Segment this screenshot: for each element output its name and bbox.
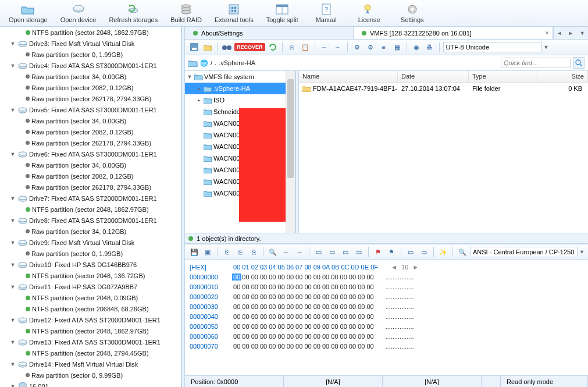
tab-vmfs[interactable]: VMFS [128-3221225280 on 16.001]× xyxy=(354,27,553,39)
disk2-icon[interactable]: ▭ xyxy=(418,246,430,258)
tb-icon[interactable]: ▭ xyxy=(326,246,338,258)
tree-row[interactable]: NTFS partition (sector 2048, 2794.45GB) xyxy=(1,347,181,358)
file-row[interactable]: FDM-A1ACAE47-7919-4BF1-… 27.10.2014 13:0… xyxy=(299,83,588,94)
tool2-icon[interactable]: ⚙ xyxy=(365,41,376,53)
wand-icon[interactable]: ✨ xyxy=(437,246,449,258)
binoculars-icon[interactable]: 🔍 xyxy=(267,246,279,258)
twisty-icon[interactable]: ▼ xyxy=(9,317,16,323)
tree-row[interactable]: NTFS partition (sector 2048, 1862.97GB) xyxy=(1,325,181,336)
build-raid-button[interactable]: Build RAID xyxy=(165,1,207,25)
tree-row[interactable]: ▼Drive14: Fixed Msft Virtual Virtual Dis… xyxy=(1,358,181,370)
col-size[interactable]: Size xyxy=(537,71,588,82)
twisty-icon[interactable]: ▼ xyxy=(9,107,16,113)
folder-row[interactable]: ▼VMFS file system xyxy=(185,71,295,83)
tool-icon[interactable]: ⚙ xyxy=(351,41,363,53)
twisty-icon[interactable]: ▼ xyxy=(9,240,16,246)
twisty-icon[interactable]: ▼ xyxy=(9,284,16,290)
tree-row[interactable]: NTFS partition (sector 2048, 0.09GB) xyxy=(1,292,181,303)
twisty-icon[interactable]: ▼ xyxy=(9,218,16,223)
tree-row[interactable]: ▼Drive9: Fixed Msft Virtual Virtual Disk xyxy=(1,237,181,248)
tb-icon[interactable]: ▭ xyxy=(353,246,365,258)
tree-row[interactable]: ▼16.001 xyxy=(1,381,181,387)
open-icon[interactable] xyxy=(202,41,213,53)
tb-icon[interactable]: ▭ xyxy=(340,246,351,258)
tree-row[interactable]: ▼Drive5: Fixed ATA SAS ST3000DM001-1ER1 xyxy=(1,104,181,115)
encoding-select[interactable]: UTF-8 Unicode xyxy=(443,42,542,52)
close-icon[interactable]: × xyxy=(545,29,549,37)
back-icon[interactable]: ← xyxy=(280,246,292,258)
tree-row[interactable]: Raw partition (sector 262178, 2794.33GB) xyxy=(1,182,181,193)
grid-icon[interactable]: ▦ xyxy=(391,41,403,53)
tree-row[interactable]: Raw partition (sector 0, 1.99GB) xyxy=(1,49,181,60)
recover-button[interactable]: RECOVER xyxy=(234,43,265,51)
tree-row[interactable]: Raw partition (sector 0, 1.99GB) xyxy=(1,248,181,259)
back-icon[interactable]: ← xyxy=(319,41,330,53)
twisty-icon[interactable]: ▼ xyxy=(9,151,16,157)
binoculars-icon[interactable] xyxy=(221,41,233,53)
tree-row[interactable]: ▼Drive13: Fixed ATA SAS ST3000DM001-1ER1 xyxy=(1,336,181,347)
folder-row[interactable]: ▸ISO xyxy=(185,94,295,106)
hex-encoding-select[interactable]: ANSI - Central European / CP-1250 xyxy=(470,247,578,257)
forward-icon[interactable]: → xyxy=(332,41,344,53)
tab-next-icon[interactable]: ► xyxy=(568,30,573,36)
tree-row[interactable]: ▼Drive7: Fixed ATA SAS ST2000DM001-1ER1 xyxy=(1,193,181,204)
paste-icon[interactable]: ⎘ xyxy=(234,246,246,258)
col-type[interactable]: Type xyxy=(469,71,537,82)
tree-row[interactable]: NTFS partition (sector 2048, 1862.97GB) xyxy=(1,27,181,38)
refresh-button[interactable]: Refresh storages xyxy=(104,1,163,25)
twisty-icon[interactable]: ▼ xyxy=(9,339,16,345)
tree-row[interactable]: ▼Drive3: Fixed Msft Virtual Virtual Disk xyxy=(1,38,181,49)
tree-row[interactable]: Raw partition (sector 262178, 2794.33GB) xyxy=(1,93,181,104)
tree-row[interactable]: ▼Drive8: Fixed ATA SAS ST2000DM001-1ER1 xyxy=(1,215,181,226)
tab-dropdown-icon[interactable]: ▼ xyxy=(580,30,585,36)
paste-icon[interactable]: 📋 xyxy=(300,41,311,53)
breadcrumb-root[interactable]: / xyxy=(211,59,212,66)
path-root-icon[interactable]: 🌐 xyxy=(200,59,208,67)
forward-icon[interactable]: → xyxy=(294,246,305,258)
flag-icon[interactable]: ⚑ xyxy=(372,246,384,258)
twisty-icon[interactable]: ▸ xyxy=(195,86,202,91)
tree-row[interactable]: Raw partition (sector 0, 9.99GB) xyxy=(1,370,181,381)
tb-icon[interactable]: ▭ xyxy=(313,246,325,258)
hex-view[interactable]: [HEX] 00 01 02 03 04 05 06 07 08 09 0A 0… xyxy=(185,260,588,375)
file-list[interactable]: Name Date Type Size FDM-A1ACAE47-7919-4B… xyxy=(299,71,588,233)
col-date[interactable]: Date xyxy=(398,71,469,82)
tree-row[interactable]: Raw partition (sector 2082, 0.12GB) xyxy=(1,126,181,137)
tree-row[interactable]: ▼Drive11: Fixed HP SAS DG072A9BB7 xyxy=(1,281,181,292)
settings-button[interactable]: Settings xyxy=(392,1,433,25)
external-tools-button[interactable]: External tools xyxy=(209,1,259,25)
select-icon[interactable]: ▣ xyxy=(202,246,213,258)
tree-row[interactable]: Raw partition (sector 34, 0.00GB) xyxy=(1,71,181,82)
twisty-icon[interactable]: ▸ xyxy=(195,97,202,103)
twisty-icon[interactable]: ▼ xyxy=(9,63,16,69)
tab-prev-icon[interactable]: ◄ xyxy=(557,30,562,36)
copy-icon[interactable]: ⎘ xyxy=(221,246,233,258)
open-device-button[interactable]: Open device xyxy=(55,1,102,25)
paste2-icon[interactable]: ⎘ xyxy=(248,246,259,258)
tree-row[interactable]: NTFS partition (sector 2048, 1862.97GB) xyxy=(1,204,181,215)
tree-row[interactable]: Raw partition (sector 262178, 2794.33GB) xyxy=(1,137,181,148)
tree-row[interactable]: NTFS partition (sector 2048, 136.72GB) xyxy=(1,270,181,281)
flag2-icon[interactable]: ⚑ xyxy=(386,246,397,258)
tree-row[interactable]: Raw partition (sector 34, 0.00GB) xyxy=(1,115,181,126)
twisty-icon[interactable]: ▼ xyxy=(9,361,16,367)
manual-button[interactable]: ?Manual xyxy=(306,1,347,25)
list-icon[interactable]: ≡ xyxy=(378,41,390,53)
folder-row[interactable]: ▸.vSphere-HA xyxy=(185,83,295,94)
tree-row[interactable]: ▼Drive6: Fixed ATA SAS ST3000DM001-1ER1 xyxy=(1,148,181,159)
folder-tree[interactable]: ▼VMFS file system▸.vSphere-HA▸ISOSchneid… xyxy=(185,71,295,233)
save-icon[interactable] xyxy=(188,41,200,53)
twisty-icon[interactable]: ▼ xyxy=(9,196,16,201)
search-icon[interactable] xyxy=(573,57,585,69)
save-icon[interactable]: 💾 xyxy=(188,246,200,258)
print-icon[interactable]: 🖶 xyxy=(424,41,436,53)
tree-row[interactable]: Raw partition (sector 34, 0.12GB) xyxy=(1,226,181,237)
dropdown-icon[interactable]: ▼ xyxy=(579,249,585,255)
refresh-icon[interactable] xyxy=(267,41,279,53)
hex-prev-icon[interactable]: ◄ xyxy=(391,264,397,271)
col-name[interactable]: Name xyxy=(299,71,398,82)
twisty-icon[interactable]: ▼ xyxy=(9,41,16,47)
copy-icon[interactable]: ⎘ xyxy=(286,41,298,53)
tree-row[interactable]: Raw partition (sector 2082, 0.12GB) xyxy=(1,82,181,93)
tree-row[interactable]: ▼Drive4: Fixed ATA SAS ST3000DM001-1ER1 xyxy=(1,60,181,71)
